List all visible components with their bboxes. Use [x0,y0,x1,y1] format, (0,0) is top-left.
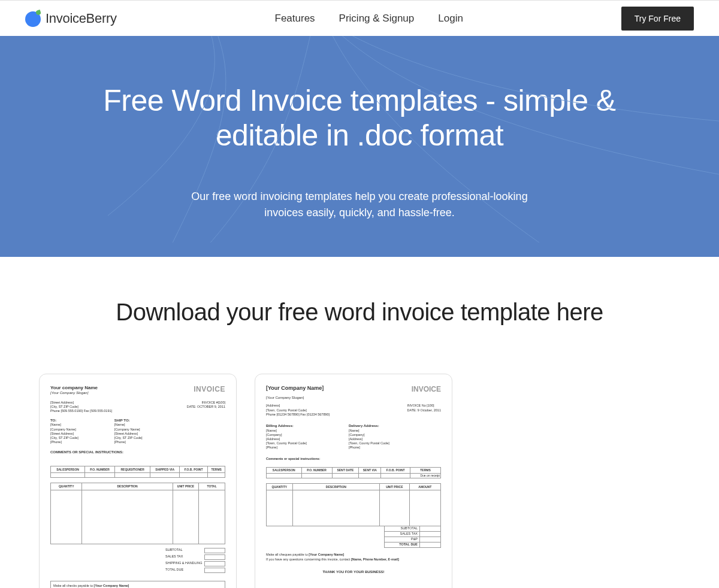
template-card-1[interactable]: Your company Name [Your Company Slogan] … [39,374,237,588]
templates-grid: Your company Name [Your Company Slogan] … [0,374,719,588]
header: InvoiceBerry Features Pricing & Signup L… [0,0,719,36]
section-title: Download your free word invoice template… [0,299,719,326]
t1-items-table: QUANTITY DESCRIPTION UNIT PRICE TOTAL [50,483,225,544]
t2-invoice-label: INVOICE [412,385,441,395]
nav-features[interactable]: Features [275,13,315,25]
t2-items-table: QUANTITY DESCRIPTION UNIT PRICE AMOUNT [266,483,441,527]
template-1-preview: Your company Name [Your Company Slogan] … [50,385,225,588]
try-free-button[interactable]: Try For Free [621,7,694,31]
t1-slogan: [Your Company Slogan] [50,391,98,396]
t1-order-table: SALESPERSON P.O. NUMBER REQUISITIONER SH… [50,466,225,478]
hero: Free Word Invoice templates - simple & e… [0,36,719,257]
logo-icon [25,10,42,27]
t2-order-table: SALESPERSON P.O. NUMBER SENT DATE SENT V… [266,467,441,478]
main-nav: Features Pricing & Signup Login [275,13,463,25]
t1-invoice-label: INVOICE [194,385,225,396]
nav-pricing[interactable]: Pricing & Signup [339,13,415,25]
logo[interactable]: InvoiceBerry [25,10,117,27]
t1-company: Your company Name [50,385,98,391]
hero-title: Free Word Invoice templates - simple & e… [54,84,665,153]
brand-name: InvoiceBerry [46,11,117,26]
template-2-preview: [Your Company Name] INVOICE [Your Compan… [266,385,441,575]
hero-subtitle: Our free word invoicing templates help y… [174,189,545,221]
t2-company: [Your Company Name] [266,385,324,395]
template-card-2[interactable]: [Your Company Name] INVOICE [Your Compan… [255,374,452,588]
nav-login[interactable]: Login [438,13,463,25]
